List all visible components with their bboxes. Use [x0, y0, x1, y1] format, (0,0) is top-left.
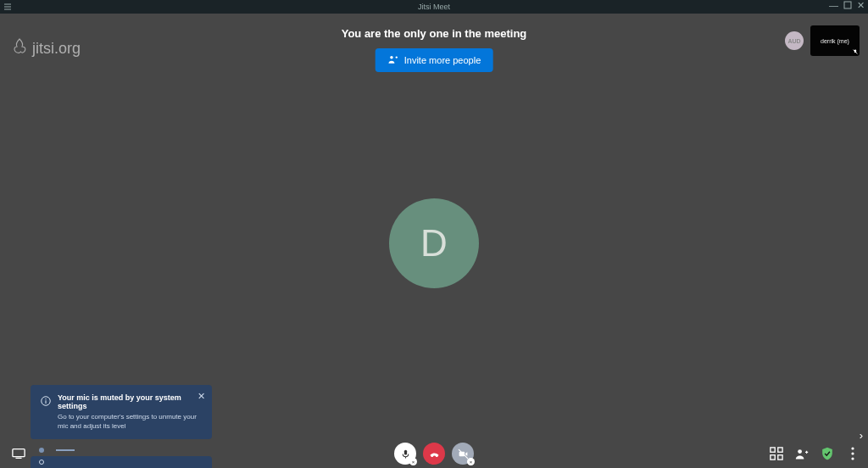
notification-close-icon[interactable]: ✕	[198, 392, 205, 401]
info-icon	[39, 460, 44, 465]
center-avatar: D	[389, 198, 479, 288]
svg-rect-4	[45, 400, 46, 404]
camera-toggle-button[interactable]: ×	[452, 443, 474, 465]
notification-text: Go to your computer's settings to unmute…	[58, 413, 202, 431]
notification-body: Your mic is muted by your system setting…	[58, 393, 202, 431]
microphone-toggle-button[interactable]: ×	[394, 443, 416, 465]
participants-button[interactable]	[795, 447, 809, 460]
hangup-button[interactable]	[423, 443, 445, 465]
svg-rect-9	[771, 448, 775, 452]
svg-rect-0	[844, 2, 851, 8]
more-actions-button[interactable]	[846, 447, 860, 460]
info-icon	[41, 394, 51, 404]
notification-controls	[39, 448, 75, 453]
notification-title: Your mic is muted by your system setting…	[58, 393, 202, 410]
jitsi-logo-icon	[12, 37, 27, 60]
invite-button-label: Invite more people	[404, 55, 481, 65]
svg-rect-6	[13, 449, 25, 457]
window-titlebar: Jitsi Meet — ✕	[0, 0, 868, 14]
svg-point-16	[851, 457, 854, 460]
desktop-indicator-icon[interactable]	[12, 448, 25, 463]
security-button[interactable]	[821, 447, 834, 460]
mic-muted-indicator-icon	[853, 49, 858, 54]
close-icon[interactable]: ✕	[857, 1, 865, 11]
svg-point-13	[798, 449, 802, 454]
window-title: Jitsi Meet	[418, 3, 450, 11]
avatar-remote[interactable]: AUD	[785, 31, 804, 50]
lonely-message: You are the only one in the meeting	[342, 27, 527, 40]
svg-point-15	[851, 452, 854, 454]
svg-point-1	[390, 56, 393, 59]
participant-thumbnails: AUD derrik (me)	[785, 25, 860, 56]
brand-logo: jitsi.org	[12, 37, 81, 60]
svg-rect-10	[778, 448, 782, 452]
tile-view-button[interactable]	[770, 447, 783, 460]
self-label: derrik (me)	[821, 38, 849, 44]
filmstrip-toggle-icon[interactable]: ›	[860, 429, 863, 442]
minimize-icon[interactable]: —	[829, 1, 838, 11]
secondary-controls	[770, 447, 860, 460]
meeting-main: jitsi.org You are the only one in the me…	[0, 14, 868, 468]
svg-point-14	[851, 447, 854, 449]
invite-people-icon	[387, 53, 399, 67]
avatar-letter: D	[420, 222, 448, 265]
notification-toast: Your mic is muted by your system setting…	[31, 385, 212, 439]
notification-toast-secondary	[31, 456, 212, 468]
maximize-icon[interactable]	[843, 1, 852, 11]
svg-rect-12	[778, 455, 782, 460]
indicator-dot-icon	[39, 448, 44, 453]
avatar-text: AUD	[787, 38, 800, 44]
hamburger-icon[interactable]	[3, 3, 12, 13]
call-controls: × ×	[394, 443, 474, 465]
svg-rect-5	[45, 398, 46, 399]
indicator-bar-icon	[56, 449, 75, 451]
self-video-tile[interactable]: derrik (me)	[810, 25, 860, 56]
cam-off-badge-icon: ×	[467, 458, 475, 465]
svg-rect-7	[403, 449, 406, 454]
window-controls: — ✕	[829, 1, 865, 11]
svg-rect-11	[771, 455, 775, 460]
header-message: You are the only one in the meeting Invi…	[342, 27, 527, 72]
mic-muted-badge-icon: ×	[409, 458, 417, 465]
invite-button[interactable]: Invite more people	[376, 48, 493, 72]
brand-name: jitsi.org	[32, 40, 81, 58]
